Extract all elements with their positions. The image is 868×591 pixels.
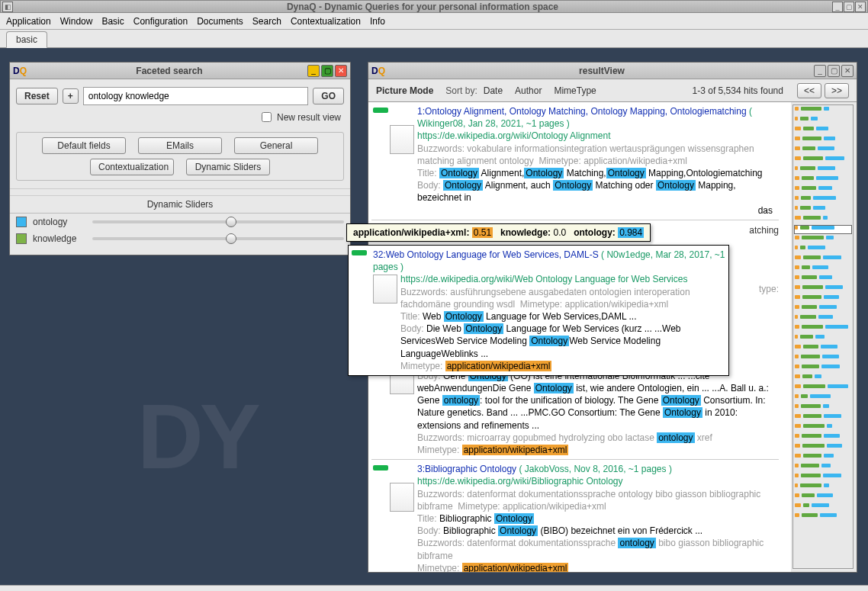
tab-basic[interactable]: basic <box>6 31 47 48</box>
knowledge-slider[interactable] <box>92 237 344 240</box>
knowledge-swatch <box>16 233 27 244</box>
splitter[interactable] <box>10 188 350 196</box>
prev-page-button[interactable]: << <box>797 83 821 98</box>
ontology-swatch <box>16 217 27 227</box>
minimize-button[interactable]: _ <box>832 2 843 12</box>
result-title-link[interactable]: 1:Ontology Alignment, Ontology Matching,… <box>417 106 747 117</box>
menu-window[interactable]: Window <box>60 16 93 27</box>
result-url[interactable]: https://de.wikipedia.org/wiki/Bibliograp… <box>417 475 777 487</box>
result-titlebar: DQ resultView _ ▢ ✕ <box>368 63 857 79</box>
menu-application[interactable]: Application <box>6 16 51 27</box>
faceted-close-button[interactable]: ✕ <box>335 65 347 77</box>
sort-mimetype[interactable]: MimeType <box>554 85 596 96</box>
result-item: 3:Bibliographic Ontology ( JakobVoss, No… <box>371 459 779 572</box>
result-toolbar: Picture Mode Sort by: Date Author MimeTy… <box>368 79 857 102</box>
search-input[interactable] <box>83 87 309 105</box>
relevance-bar <box>373 465 388 471</box>
window-title: DynaQ - Dynamic Queries for your persona… <box>13 2 832 12</box>
menu-configuration[interactable]: Configuration <box>133 16 188 27</box>
contextualization-button[interactable]: Contextualization <box>90 159 174 175</box>
status-bar <box>0 585 868 591</box>
faceted-minimize-button[interactable]: _ <box>307 65 320 77</box>
sortby-label: Sort by: <box>445 85 477 96</box>
go-button[interactable]: GO <box>313 88 344 104</box>
result-url[interactable]: https://de.wikipedia.org/wiki/Ontology A… <box>417 130 777 142</box>
tabbar: basic <box>0 30 868 48</box>
relevance-bar <box>352 250 367 255</box>
faceted-search-window: DQ Faceted search _ ▢ ✕ Reset + GO New r… <box>9 62 351 255</box>
floating-result-card[interactable]: 32:Web Ontology Language for Web Service… <box>348 245 729 376</box>
minimap-column[interactable]: /* populated below to keep template clea… <box>792 104 854 569</box>
menu-search[interactable]: Search <box>252 16 281 27</box>
close-button[interactable]: ✕ <box>855 2 866 12</box>
sliders-title: Dynamic Sliders <box>10 196 350 214</box>
background-logo: DY <box>137 384 257 489</box>
document-icon <box>390 483 414 512</box>
menubar: Application Window Basic Configuration D… <box>0 13 868 30</box>
sort-author[interactable]: Author <box>515 85 542 96</box>
new-result-view-checkbox[interactable] <box>262 112 272 122</box>
dynaq-logo-icon: DQ <box>13 66 27 76</box>
reset-button[interactable]: Reset <box>16 88 58 104</box>
sort-date[interactable]: Date <box>484 85 503 96</box>
relevance-bar <box>373 108 388 113</box>
result-minimize-button[interactable]: _ <box>814 65 826 77</box>
document-icon <box>373 275 397 304</box>
result-title: resultView <box>390 66 814 76</box>
menu-info[interactable]: Info <box>370 16 385 27</box>
menu-documents[interactable]: Documents <box>197 16 243 27</box>
ontology-slider[interactable] <box>92 220 344 223</box>
default-fields-button[interactable]: Default fields <box>42 137 126 154</box>
app-menu-icon[interactable]: ◧ <box>2 2 13 12</box>
document-icon <box>390 125 414 154</box>
menu-contextualization[interactable]: Contextualization <box>291 16 361 27</box>
next-page-button[interactable]: >> <box>825 83 849 98</box>
new-result-view-label: New result view <box>277 112 341 123</box>
faceted-maximize-button[interactable]: ▢ <box>321 65 333 77</box>
dynaq-logo-icon: DQ <box>371 66 385 76</box>
app-window: ◧ DynaQ - Dynamic Queries for your perso… <box>0 0 868 591</box>
faceted-titlebar: DQ Faceted search _ ▢ ✕ <box>10 63 350 79</box>
result-title-link[interactable]: 3:Bibliographic Ontology <box>417 464 516 474</box>
add-button[interactable]: + <box>63 88 79 104</box>
picture-mode-button[interactable]: Picture Mode <box>376 85 433 96</box>
result-item: 1:Ontology Alignment, Ontology Matching,… <box>371 102 779 220</box>
result-close-button[interactable]: ✕ <box>841 65 854 77</box>
result-maximize-button[interactable]: ▢ <box>828 65 840 77</box>
ontology-slider-label: ontology <box>33 217 86 227</box>
general-button[interactable]: General <box>234 137 318 154</box>
faceted-title: Faceted search <box>31 66 307 76</box>
result-title-link[interactable]: 32:Web Ontology Language for Web Service… <box>373 249 599 260</box>
maximize-button[interactable]: ▢ <box>844 2 854 12</box>
menu-basic[interactable]: Basic <box>101 16 124 27</box>
ontology-slider-thumb[interactable] <box>226 217 236 227</box>
content-area: DY DQ Faceted search _ ▢ ✕ Reset + GO <box>0 48 868 585</box>
knowledge-slider-label: knowledge <box>33 233 86 244</box>
score-tooltip: application/wikipedia+xml: 0.51 knowledg… <box>346 223 651 242</box>
emails-button[interactable]: EMails <box>138 137 222 154</box>
result-url[interactable]: https://de.wikipedia.org/wiki/Web Ontolo… <box>400 273 725 285</box>
knowledge-slider-thumb[interactable] <box>226 233 236 244</box>
titlebar: ◧ DynaQ - Dynamic Queries for your perso… <box>0 0 868 13</box>
dynamic-sliders-button[interactable]: Dynamic Sliders <box>186 159 270 175</box>
hits-info: 1-3 of 5,534 hits found <box>693 85 783 96</box>
